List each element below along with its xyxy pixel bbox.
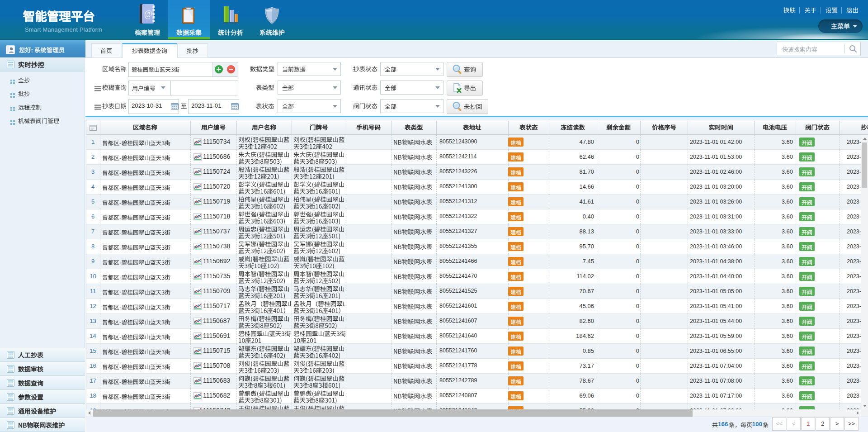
svg-text:@: @	[144, 9, 152, 19]
